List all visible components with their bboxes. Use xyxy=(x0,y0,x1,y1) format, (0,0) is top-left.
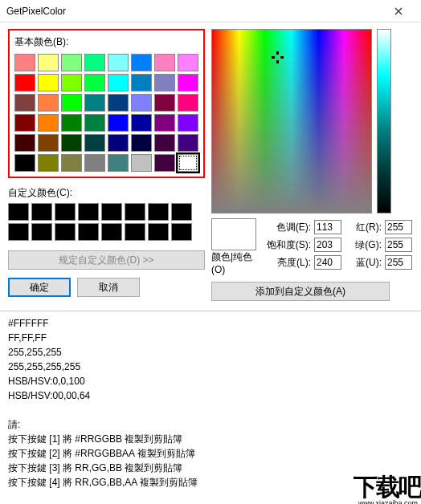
custom-colors-label: 自定义颜色(C): xyxy=(8,186,205,200)
basic-swatch[interactable] xyxy=(38,134,59,152)
basic-swatch[interactable] xyxy=(14,54,35,71)
basic-swatch[interactable] xyxy=(38,94,59,112)
basic-swatch[interactable] xyxy=(154,74,175,91)
basic-swatch[interactable] xyxy=(178,114,198,132)
ok-button[interactable]: 确定 xyxy=(8,278,71,297)
tip-4: 按下按鍵 [4] 將 RR,GG,BB,AA 複製到剪貼簿 xyxy=(8,475,413,490)
custom-swatch[interactable] xyxy=(8,223,29,241)
basic-swatch[interactable] xyxy=(108,134,129,152)
custom-swatch[interactable] xyxy=(148,203,169,221)
basic-swatch[interactable] xyxy=(61,74,82,91)
basic-swatch[interactable] xyxy=(38,74,59,91)
basic-swatch[interactable] xyxy=(38,114,59,132)
color-sample xyxy=(211,218,256,250)
basic-swatch[interactable] xyxy=(131,114,152,132)
custom-swatch[interactable] xyxy=(78,203,99,221)
add-to-custom-button[interactable]: 添加到自定义颜色(A) xyxy=(211,282,390,301)
crosshair-icon xyxy=(272,51,284,63)
basic-swatch[interactable] xyxy=(178,54,198,71)
info-block: #FFFFFF FF,FF,FF 255,255,255 255,255,255… xyxy=(0,316,421,490)
basic-swatch[interactable] xyxy=(84,114,105,132)
basic-swatch[interactable] xyxy=(14,114,35,132)
custom-swatch[interactable] xyxy=(171,203,192,221)
luminance-bar[interactable] xyxy=(377,29,391,213)
basic-swatch[interactable] xyxy=(108,114,129,132)
basic-swatch[interactable] xyxy=(154,134,175,152)
close-button[interactable] xyxy=(382,2,415,21)
basic-swatch[interactable] xyxy=(14,134,35,152)
basic-swatch[interactable] xyxy=(84,154,105,172)
info-hsb2: HSB/HSV:00,00,64 xyxy=(8,388,413,403)
custom-swatch[interactable] xyxy=(101,223,122,241)
basic-swatch[interactable] xyxy=(154,54,175,71)
tip-1: 按下按鍵 [1] 將 #RRGGBB 複製到剪貼簿 xyxy=(8,432,413,446)
blue-label: 蓝(U): xyxy=(346,256,382,270)
color-solid-label: 颜色|纯色(O) xyxy=(211,250,256,275)
sat-label: 饱和度(S): xyxy=(264,238,311,252)
cancel-button[interactable]: 取消 xyxy=(77,278,140,297)
hue-input[interactable] xyxy=(314,220,341,234)
divider xyxy=(0,311,421,311)
basic-swatch[interactable] xyxy=(154,154,175,172)
basic-swatch[interactable] xyxy=(84,54,105,71)
info-hsb1: HSB/HSV:0,0,100 xyxy=(8,374,413,388)
basic-swatch[interactable] xyxy=(131,134,152,152)
lum-label: 亮度(L): xyxy=(264,256,311,270)
basic-colors-label: 基本颜色(B): xyxy=(14,35,198,49)
custom-swatch[interactable] xyxy=(125,223,145,241)
basic-swatch[interactable] xyxy=(84,74,105,91)
window-title: GetPixelColor xyxy=(6,6,382,17)
basic-swatch[interactable] xyxy=(178,94,198,112)
basic-swatch[interactable] xyxy=(178,74,198,91)
custom-swatch[interactable] xyxy=(31,203,52,221)
basic-swatch[interactable] xyxy=(108,94,129,112)
basic-swatch[interactable] xyxy=(61,154,82,172)
basic-swatch[interactable] xyxy=(131,54,152,71)
basic-swatch[interactable] xyxy=(61,54,82,71)
close-icon xyxy=(394,7,403,15)
basic-swatch[interactable] xyxy=(61,94,82,112)
basic-swatch[interactable] xyxy=(131,94,152,112)
tip-3: 按下按鍵 [3] 將 RR,GG,BB 複製到剪貼簿 xyxy=(8,461,413,475)
custom-colors-grid xyxy=(8,203,205,241)
green-input[interactable] xyxy=(385,238,412,252)
basic-swatch[interactable] xyxy=(14,74,35,91)
red-label: 红(R): xyxy=(346,221,382,234)
basic-swatch[interactable] xyxy=(38,154,59,172)
basic-swatch[interactable] xyxy=(108,74,129,91)
custom-swatch[interactable] xyxy=(125,203,145,221)
titlebar: GetPixelColor xyxy=(0,0,421,22)
basic-swatch[interactable] xyxy=(108,54,129,71)
basic-swatch[interactable] xyxy=(131,154,152,172)
info-rgb-dec: 255,255,255 xyxy=(8,345,413,360)
basic-swatch[interactable] xyxy=(154,114,175,132)
custom-swatch[interactable] xyxy=(171,223,192,241)
custom-swatch[interactable] xyxy=(55,223,76,241)
blue-input[interactable] xyxy=(385,255,412,270)
custom-swatch[interactable] xyxy=(31,223,52,241)
define-custom-button[interactable]: 规定自定义颜色(D) >> xyxy=(8,250,205,270)
basic-swatch[interactable] xyxy=(84,94,105,112)
red-input[interactable] xyxy=(385,220,412,234)
basic-swatch[interactable] xyxy=(131,74,152,91)
basic-swatch[interactable] xyxy=(154,94,175,112)
basic-swatch[interactable] xyxy=(38,54,59,71)
basic-swatch[interactable] xyxy=(178,134,198,152)
sat-input[interactable] xyxy=(314,238,341,252)
custom-swatch[interactable] xyxy=(8,203,29,221)
tips-header: 請: xyxy=(8,417,413,432)
basic-swatch[interactable] xyxy=(61,114,82,132)
color-gradient[interactable] xyxy=(211,29,372,213)
basic-swatch[interactable] xyxy=(14,154,35,172)
lum-input[interactable] xyxy=(314,255,341,270)
custom-swatch[interactable] xyxy=(148,223,169,241)
basic-swatch[interactable] xyxy=(84,134,105,152)
basic-swatch[interactable] xyxy=(14,94,35,112)
custom-swatch[interactable] xyxy=(78,223,99,241)
custom-swatch[interactable] xyxy=(55,203,76,221)
custom-swatch[interactable] xyxy=(101,203,122,221)
basic-swatch[interactable] xyxy=(61,134,82,152)
hue-label: 色调(E): xyxy=(264,221,311,234)
basic-swatch[interactable] xyxy=(178,154,198,172)
basic-swatch[interactable] xyxy=(108,154,129,172)
